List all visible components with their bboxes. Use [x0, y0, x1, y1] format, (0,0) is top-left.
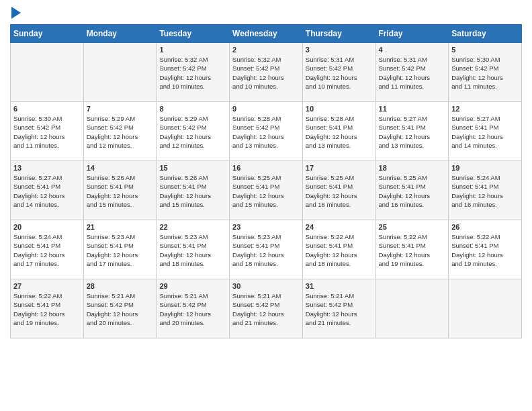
calendar-cell: 21Sunrise: 5:23 AM Sunset: 5:41 PM Dayli… — [83, 220, 157, 279]
calendar-cell: 19Sunrise: 5:24 AM Sunset: 5:41 PM Dayli… — [449, 161, 522, 220]
calendar-cell: 15Sunrise: 5:26 AM Sunset: 5:41 PM Dayli… — [157, 161, 230, 220]
day-info: Sunrise: 5:24 AM Sunset: 5:41 PM Dayligh… — [451, 173, 519, 209]
day-info: Sunrise: 5:21 AM Sunset: 5:42 PM Dayligh… — [232, 291, 300, 327]
day-number: 22 — [159, 223, 226, 231]
day-info: Sunrise: 5:31 AM Sunset: 5:42 PM Dayligh… — [379, 55, 446, 91]
day-info: Sunrise: 5:24 AM Sunset: 5:41 PM Dayligh… — [13, 232, 81, 268]
day-number: 13 — [13, 164, 81, 172]
weekday-header-friday: Friday — [375, 25, 449, 43]
page-container: SundayMondayTuesdayWednesdayThursdayFrid… — [0, 0, 532, 349]
day-number: 18 — [379, 164, 446, 172]
weekday-header-saturday: Saturday — [449, 25, 522, 43]
day-number: 10 — [306, 105, 373, 113]
day-info: Sunrise: 5:23 AM Sunset: 5:41 PM Dayligh… — [159, 232, 226, 268]
day-info: Sunrise: 5:25 AM Sunset: 5:41 PM Dayligh… — [306, 173, 373, 209]
weekday-header-sunday: Sunday — [11, 25, 84, 43]
day-number: 1 — [159, 46, 226, 54]
calendar-cell: 20Sunrise: 5:24 AM Sunset: 5:41 PM Dayli… — [11, 220, 84, 279]
calendar-cell: 6Sunrise: 5:30 AM Sunset: 5:42 PM Daylig… — [11, 102, 84, 161]
logo-arrow-icon — [11, 7, 21, 19]
weekday-header-wednesday: Wednesday — [230, 25, 303, 43]
calendar-week-row: 27Sunrise: 5:22 AM Sunset: 5:41 PM Dayli… — [11, 279, 522, 338]
weekday-header-tuesday: Tuesday — [157, 25, 230, 43]
day-info: Sunrise: 5:23 AM Sunset: 5:41 PM Dayligh… — [87, 232, 154, 268]
calendar-cell: 4Sunrise: 5:31 AM Sunset: 5:42 PM Daylig… — [375, 43, 449, 102]
day-info: Sunrise: 5:22 AM Sunset: 5:41 PM Dayligh… — [379, 232, 446, 268]
day-info: Sunrise: 5:22 AM Sunset: 5:41 PM Dayligh… — [13, 291, 81, 327]
calendar-week-row: 1Sunrise: 5:32 AM Sunset: 5:42 PM Daylig… — [11, 43, 522, 102]
day-number: 12 — [451, 105, 519, 113]
day-info: Sunrise: 5:23 AM Sunset: 5:41 PM Dayligh… — [232, 232, 300, 268]
calendar-week-row: 20Sunrise: 5:24 AM Sunset: 5:41 PM Dayli… — [11, 220, 522, 279]
day-number: 14 — [87, 164, 154, 172]
day-info: Sunrise: 5:29 AM Sunset: 5:42 PM Dayligh… — [159, 114, 226, 150]
page-header — [10, 7, 522, 19]
day-number: 11 — [379, 105, 446, 113]
calendar-cell: 25Sunrise: 5:22 AM Sunset: 5:41 PM Dayli… — [375, 220, 449, 279]
calendar-week-row: 13Sunrise: 5:27 AM Sunset: 5:41 PM Dayli… — [11, 161, 522, 220]
calendar-cell: 2Sunrise: 5:32 AM Sunset: 5:42 PM Daylig… — [230, 43, 303, 102]
day-number: 24 — [306, 223, 373, 231]
day-number: 25 — [379, 223, 446, 231]
calendar-cell — [11, 43, 84, 102]
day-info: Sunrise: 5:32 AM Sunset: 5:42 PM Dayligh… — [232, 55, 300, 91]
calendar-cell: 9Sunrise: 5:28 AM Sunset: 5:42 PM Daylig… — [230, 102, 303, 161]
day-number: 23 — [232, 223, 300, 231]
calendar-cell: 8Sunrise: 5:29 AM Sunset: 5:42 PM Daylig… — [157, 102, 230, 161]
day-number: 21 — [87, 223, 154, 231]
day-info: Sunrise: 5:26 AM Sunset: 5:41 PM Dayligh… — [159, 173, 226, 209]
day-number: 7 — [87, 105, 154, 113]
calendar-cell: 10Sunrise: 5:28 AM Sunset: 5:41 PM Dayli… — [302, 102, 375, 161]
calendar-cell: 3Sunrise: 5:31 AM Sunset: 5:42 PM Daylig… — [302, 43, 375, 102]
day-number: 27 — [13, 282, 81, 290]
day-number: 16 — [232, 164, 300, 172]
calendar-cell: 31Sunrise: 5:21 AM Sunset: 5:42 PM Dayli… — [302, 279, 375, 338]
calendar-cell: 11Sunrise: 5:27 AM Sunset: 5:41 PM Dayli… — [375, 102, 449, 161]
calendar-cell: 26Sunrise: 5:22 AM Sunset: 5:41 PM Dayli… — [449, 220, 522, 279]
calendar-cell: 17Sunrise: 5:25 AM Sunset: 5:41 PM Dayli… — [302, 161, 375, 220]
day-number: 28 — [87, 282, 154, 290]
day-number: 17 — [306, 164, 373, 172]
day-number: 19 — [451, 164, 519, 172]
day-info: Sunrise: 5:21 AM Sunset: 5:42 PM Dayligh… — [87, 291, 154, 327]
day-number: 26 — [451, 223, 519, 231]
calendar-cell: 23Sunrise: 5:23 AM Sunset: 5:41 PM Dayli… — [230, 220, 303, 279]
day-number: 15 — [159, 164, 226, 172]
day-info: Sunrise: 5:28 AM Sunset: 5:41 PM Dayligh… — [306, 114, 373, 150]
day-number: 30 — [232, 282, 300, 290]
logo — [10, 7, 21, 19]
day-info: Sunrise: 5:22 AM Sunset: 5:41 PM Dayligh… — [306, 232, 373, 268]
day-info: Sunrise: 5:21 AM Sunset: 5:42 PM Dayligh… — [159, 291, 226, 327]
day-info: Sunrise: 5:22 AM Sunset: 5:41 PM Dayligh… — [451, 232, 519, 268]
day-info: Sunrise: 5:30 AM Sunset: 5:42 PM Dayligh… — [13, 114, 81, 150]
day-number: 20 — [13, 223, 81, 231]
calendar-cell: 22Sunrise: 5:23 AM Sunset: 5:41 PM Dayli… — [157, 220, 230, 279]
day-number: 29 — [159, 282, 226, 290]
calendar-cell: 16Sunrise: 5:25 AM Sunset: 5:41 PM Dayli… — [230, 161, 303, 220]
day-info: Sunrise: 5:30 AM Sunset: 5:42 PM Dayligh… — [451, 55, 519, 91]
day-info: Sunrise: 5:26 AM Sunset: 5:41 PM Dayligh… — [87, 173, 154, 209]
calendar-cell — [83, 43, 157, 102]
day-info: Sunrise: 5:25 AM Sunset: 5:41 PM Dayligh… — [232, 173, 300, 209]
calendar-cell: 14Sunrise: 5:26 AM Sunset: 5:41 PM Dayli… — [83, 161, 157, 220]
calendar-cell: 7Sunrise: 5:29 AM Sunset: 5:42 PM Daylig… — [83, 102, 157, 161]
calendar-cell: 28Sunrise: 5:21 AM Sunset: 5:42 PM Dayli… — [83, 279, 157, 338]
day-info: Sunrise: 5:21 AM Sunset: 5:42 PM Dayligh… — [306, 291, 373, 327]
calendar-cell: 24Sunrise: 5:22 AM Sunset: 5:41 PM Dayli… — [302, 220, 375, 279]
calendar-cell: 1Sunrise: 5:32 AM Sunset: 5:42 PM Daylig… — [157, 43, 230, 102]
calendar-cell — [449, 279, 522, 338]
day-number: 3 — [306, 46, 373, 54]
day-info: Sunrise: 5:28 AM Sunset: 5:42 PM Dayligh… — [232, 114, 300, 150]
calendar-cell: 30Sunrise: 5:21 AM Sunset: 5:42 PM Dayli… — [230, 279, 303, 338]
day-info: Sunrise: 5:27 AM Sunset: 5:41 PM Dayligh… — [13, 173, 81, 209]
calendar-cell: 27Sunrise: 5:22 AM Sunset: 5:41 PM Dayli… — [11, 279, 84, 338]
calendar-cell: 5Sunrise: 5:30 AM Sunset: 5:42 PM Daylig… — [449, 43, 522, 102]
day-number: 8 — [159, 105, 226, 113]
day-number: 5 — [451, 46, 519, 54]
calendar-cell: 29Sunrise: 5:21 AM Sunset: 5:42 PM Dayli… — [157, 279, 230, 338]
calendar-week-row: 6Sunrise: 5:30 AM Sunset: 5:42 PM Daylig… — [11, 102, 522, 161]
calendar-table: SundayMondayTuesdayWednesdayThursdayFrid… — [10, 24, 522, 338]
day-info: Sunrise: 5:27 AM Sunset: 5:41 PM Dayligh… — [451, 114, 519, 150]
weekday-header-row: SundayMondayTuesdayWednesdayThursdayFrid… — [11, 25, 522, 43]
day-info: Sunrise: 5:25 AM Sunset: 5:41 PM Dayligh… — [379, 173, 446, 209]
